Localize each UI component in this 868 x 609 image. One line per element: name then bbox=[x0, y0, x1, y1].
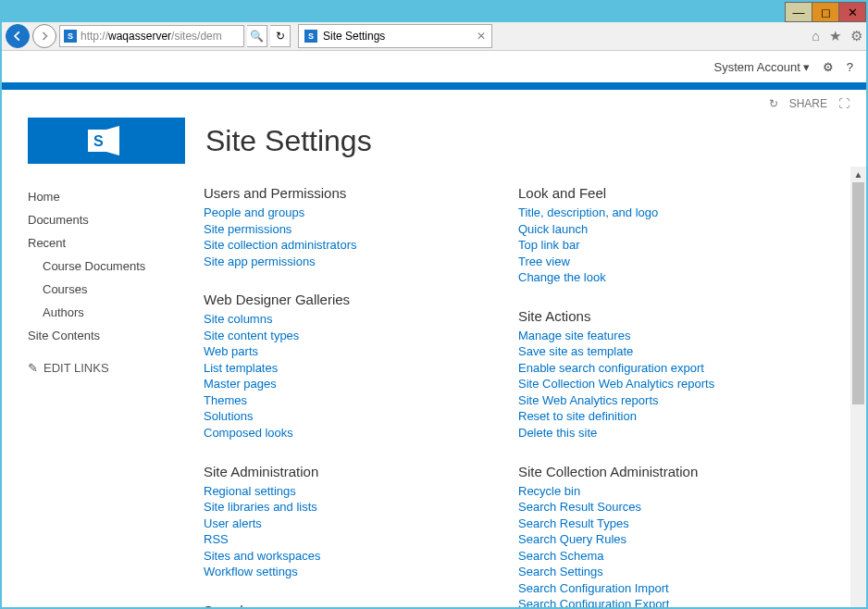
url-scheme: http:// bbox=[81, 30, 108, 43]
url-path: /sites/dem bbox=[171, 30, 222, 43]
focus-button[interactable]: ⛶ bbox=[838, 97, 849, 110]
browser-back-button[interactable] bbox=[6, 24, 30, 48]
edit-links-label: EDIT LINKS bbox=[43, 361, 109, 375]
settings-link[interactable]: Site content types bbox=[204, 328, 481, 344]
scroll-thumb[interactable] bbox=[852, 182, 864, 404]
settings-link[interactable]: Tree view bbox=[518, 254, 796, 270]
browser-forward-button[interactable] bbox=[32, 24, 56, 48]
nav-site-contents[interactable]: Site Contents bbox=[28, 324, 204, 347]
settings-link[interactable]: Search Schema bbox=[518, 548, 796, 565]
sharepoint-favicon-icon: S bbox=[64, 30, 77, 43]
category-heading: Web Designer Galleries bbox=[204, 292, 481, 307]
system-account-menu[interactable]: System Account ▾ bbox=[714, 60, 810, 74]
settings-gear-button[interactable]: ⚙ bbox=[823, 60, 834, 74]
tools-icon[interactable]: ⚙ bbox=[850, 28, 862, 44]
settings-link[interactable]: Regional settings bbox=[204, 483, 481, 500]
category-heading: Search bbox=[204, 603, 481, 607]
sync-button[interactable]: ↻ bbox=[769, 97, 778, 110]
caret-down-icon: ▾ bbox=[803, 60, 810, 74]
favorites-icon[interactable]: ★ bbox=[829, 28, 841, 44]
settings-link[interactable]: Title, description, and logo bbox=[518, 205, 796, 221]
nav-recent-item[interactable]: Courses bbox=[28, 278, 204, 301]
settings-link[interactable]: Search Configuration Export bbox=[518, 596, 796, 607]
settings-link[interactable]: Workflow settings bbox=[204, 564, 481, 580]
settings-link[interactable]: Search Settings bbox=[518, 564, 796, 580]
focus-icon: ⛶ bbox=[838, 97, 849, 110]
scroll-up-button[interactable]: ▲ bbox=[850, 167, 866, 182]
tab-title: Site Settings bbox=[323, 30, 385, 43]
window-maximize-button[interactable]: ◻ bbox=[812, 2, 839, 22]
settings-link[interactable]: Manage site features bbox=[518, 328, 796, 344]
settings-link[interactable]: Solutions bbox=[204, 408, 481, 425]
nav-documents[interactable]: Documents bbox=[28, 208, 204, 231]
settings-link[interactable]: Site Web Analytics reports bbox=[518, 392, 796, 409]
nav-recent-item[interactable]: Course Documents bbox=[28, 255, 204, 278]
category-heading: Site Actions bbox=[518, 308, 796, 324]
settings-link[interactable]: Delete this site bbox=[518, 425, 796, 441]
window-close-button[interactable]: ✕ bbox=[838, 2, 866, 22]
settings-link[interactable]: Site columns bbox=[204, 311, 481, 328]
address-bar[interactable]: S http://waqasserver/sites/dem bbox=[59, 25, 244, 47]
settings-link[interactable]: Quick launch bbox=[518, 221, 796, 238]
settings-link[interactable]: Recycle bin bbox=[518, 483, 796, 500]
sync-icon: ↻ bbox=[769, 97, 778, 110]
settings-link[interactable]: RSS bbox=[204, 531, 481, 548]
ribbon-strip bbox=[2, 82, 866, 90]
settings-link[interactable]: Search Result Types bbox=[518, 516, 796, 532]
help-button[interactable]: ? bbox=[847, 60, 853, 74]
settings-link[interactable]: List templates bbox=[204, 360, 481, 377]
page-title: Site Settings bbox=[205, 124, 372, 158]
category-heading: Site Collection Administration bbox=[518, 464, 796, 479]
settings-link[interactable]: Enable search configuration export bbox=[518, 360, 796, 377]
settings-link[interactable]: Web parts bbox=[204, 343, 481, 360]
pencil-icon: ✎ bbox=[28, 361, 38, 375]
url-host: waqasserver bbox=[108, 30, 171, 43]
refresh-icon: ↻ bbox=[276, 30, 285, 43]
edit-links-button[interactable]: ✎ EDIT LINKS bbox=[28, 356, 204, 379]
settings-link[interactable]: Change the look bbox=[518, 269, 796, 286]
tab-close-button[interactable]: ✕ bbox=[477, 30, 486, 43]
nav-recent-item[interactable]: Authors bbox=[28, 301, 204, 324]
nav-recent[interactable]: Recent bbox=[28, 231, 204, 255]
settings-link[interactable]: Search Query Rules bbox=[518, 531, 796, 548]
refresh-button[interactable]: ↻ bbox=[270, 25, 291, 47]
settings-link[interactable]: Composed looks bbox=[204, 425, 481, 441]
window-minimize-button[interactable]: — bbox=[785, 2, 812, 22]
search-button[interactable]: 🔍 bbox=[247, 25, 267, 47]
svg-text:S: S bbox=[93, 133, 104, 149]
vertical-scrollbar[interactable]: ▲ bbox=[850, 167, 866, 607]
settings-link[interactable]: Site permissions bbox=[204, 221, 481, 238]
category-heading: Look and Feel bbox=[518, 185, 796, 201]
settings-link[interactable]: Top link bar bbox=[518, 237, 796, 254]
share-label: SHARE bbox=[789, 97, 827, 110]
settings-link[interactable]: Sites and workspaces bbox=[204, 548, 481, 565]
settings-link[interactable]: User alerts bbox=[204, 516, 481, 532]
search-icon: 🔍 bbox=[250, 30, 264, 43]
settings-link[interactable]: Save site as template bbox=[518, 343, 796, 360]
browser-tab[interactable]: S Site Settings ✕ bbox=[298, 24, 492, 48]
settings-link[interactable]: Reset to site definition bbox=[518, 408, 796, 425]
left-navigation: Home Documents Recent Course DocumentsCo… bbox=[28, 185, 204, 607]
settings-link[interactable]: Master pages bbox=[204, 376, 481, 392]
settings-link[interactable]: Site Collection Web Analytics reports bbox=[518, 376, 796, 392]
settings-link[interactable]: Themes bbox=[204, 392, 481, 409]
sharepoint-tab-icon: S bbox=[304, 30, 317, 43]
account-name: System Account bbox=[714, 60, 800, 74]
settings-link[interactable]: Site libraries and lists bbox=[204, 499, 481, 516]
home-icon[interactable]: ⌂ bbox=[812, 28, 820, 44]
category-heading: Site Administration bbox=[204, 464, 481, 479]
settings-link[interactable]: Site app permissions bbox=[204, 254, 481, 270]
site-logo[interactable]: S bbox=[28, 118, 185, 164]
gear-icon: ⚙ bbox=[823, 60, 834, 74]
category-heading: Users and Permissions bbox=[204, 185, 481, 201]
settings-link[interactable]: Search Result Sources bbox=[518, 499, 796, 516]
settings-link[interactable]: Search Configuration Import bbox=[518, 580, 796, 597]
settings-link[interactable]: People and groups bbox=[204, 205, 481, 221]
share-button[interactable]: SHARE bbox=[789, 97, 827, 110]
nav-home[interactable]: Home bbox=[28, 185, 204, 208]
settings-link[interactable]: Site collection administrators bbox=[204, 237, 481, 254]
